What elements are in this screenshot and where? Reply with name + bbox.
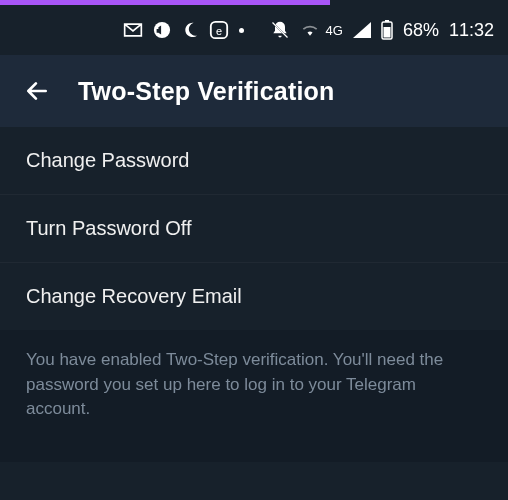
turn-password-off-item[interactable]: Turn Password Off (0, 195, 508, 263)
network-label: 4G (326, 23, 343, 38)
change-password-item[interactable]: Change Password (0, 127, 508, 195)
signal-icon (353, 22, 371, 38)
svg-rect-6 (385, 20, 389, 22)
wifi-icon (300, 22, 320, 38)
dot-icon (239, 28, 244, 33)
page-title: Two-Step Verification (78, 77, 335, 106)
app-bar: Two-Step Verification (0, 55, 508, 127)
app-e-icon: e (209, 20, 229, 40)
svg-rect-7 (383, 27, 390, 38)
notifications-off-icon (270, 20, 290, 40)
time-text: 11:32 (449, 20, 494, 41)
list-item-label: Change Password (26, 149, 189, 171)
svg-text:e: e (216, 25, 222, 37)
battery-text: 68% (403, 20, 439, 41)
svg-point-0 (153, 22, 169, 38)
list-item-label: Change Recovery Email (26, 285, 242, 307)
arrow-back-icon[interactable] (24, 78, 50, 104)
gmail-icon (123, 22, 143, 38)
battery-icon (381, 20, 393, 40)
options-list: Change Password Turn Password Off Change… (0, 127, 508, 330)
mute-icon (153, 21, 171, 39)
footer-note: You have enabled Two-Step verification. … (0, 330, 508, 462)
change-recovery-email-item[interactable]: Change Recovery Email (0, 263, 508, 330)
status-bar: e 4G 68% 11:32 (0, 5, 508, 55)
list-item-label: Turn Password Off (26, 217, 192, 239)
moon-icon (181, 21, 199, 39)
